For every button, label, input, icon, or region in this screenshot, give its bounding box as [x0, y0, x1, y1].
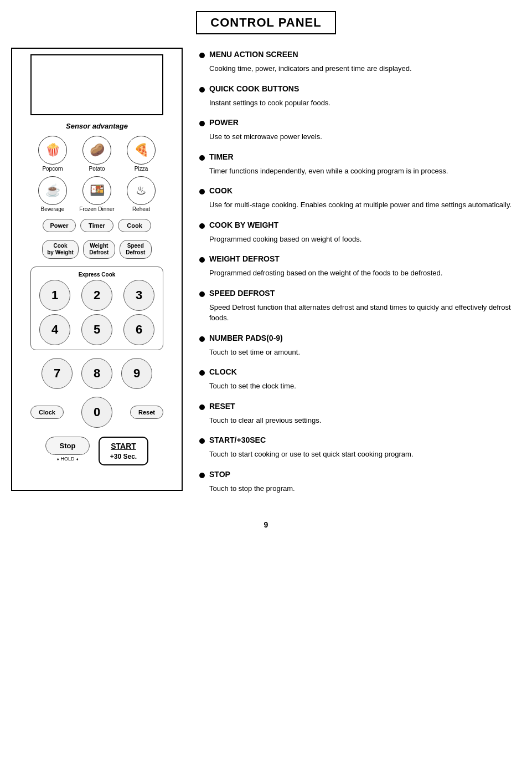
beverage-button[interactable]: ☕ Beverage — [33, 176, 73, 212]
start-label-sub: +30 Sec. — [109, 452, 138, 462]
reheat-icon: ♨ — [127, 176, 156, 205]
desc-header-menu: MENU ACTION SCREEN — [199, 50, 521, 61]
desc-header-sd: SPEED DEFROST — [199, 289, 521, 300]
desc-title-clock: CLOCK — [209, 367, 237, 376]
num-0-button[interactable]: 0 — [81, 397, 112, 428]
desc-title-sd: SPEED DEFROST — [209, 289, 275, 298]
bullet-cook — [199, 189, 205, 194]
desc-text-timer: Timer functions independently, even whil… — [199, 166, 521, 177]
bullet-sd — [199, 291, 205, 297]
reheat-button[interactable]: ♨ Reheat — [121, 176, 161, 212]
desc-text-cbw: Programmed cooking based on weight of fo… — [199, 234, 521, 245]
num-7-button[interactable]: 7 — [42, 358, 73, 389]
desc-title-stop: STOP — [209, 470, 230, 479]
hold-icon2: ⬧ — [76, 456, 79, 462]
potato-label: Potato — [89, 166, 105, 172]
desc-title-power: POWER — [209, 118, 239, 127]
desc-title-quick: QUICK COOK BUTTONS — [209, 84, 299, 93]
speed-defrost-line1: Speed — [125, 243, 147, 249]
num-1-button[interactable]: 1 — [39, 280, 70, 311]
num-3-button[interactable]: 3 — [123, 280, 154, 311]
weight-defrost-button[interactable]: Weight Defrost — [83, 240, 115, 259]
desc-title-np: NUMBER PADS(0-9) — [209, 334, 283, 342]
bullet-wd — [199, 257, 205, 263]
desc-start: START/+30SEC Touch to start cooking or u… — [199, 436, 521, 460]
num-9-button[interactable]: 9 — [121, 358, 152, 389]
cook-by-weight-button[interactable]: Cook by Weight — [42, 240, 79, 259]
potato-icon: 🥔 — [82, 136, 111, 165]
desc-header-np: NUMBER PADS(0-9) — [199, 334, 521, 345]
desc-header-power: POWER — [199, 118, 521, 129]
desc-text-wd: Programmed defrosting based on the weigh… — [199, 268, 521, 279]
desc-clock: CLOCK Touch to set the clock time. — [199, 367, 521, 392]
timer-button[interactable]: Timer — [80, 219, 113, 232]
power-button[interactable]: Power — [43, 219, 76, 232]
bullet-quick — [199, 87, 205, 93]
desc-header-stop: STOP — [199, 470, 521, 481]
numpad-row-789: 7 8 9 — [42, 358, 152, 389]
cook-button[interactable]: Cook — [118, 219, 151, 232]
bullet-stop — [199, 473, 205, 478]
reset-button[interactable]: Reset — [130, 406, 163, 419]
hold-icon: ⬧ — [56, 456, 59, 462]
bullet-timer — [199, 155, 205, 161]
main-layout: Sensor advantage 🍿 Popcorn 🥔 Potato 🍕 Pi… — [11, 48, 521, 504]
start-button[interactable]: START +30 Sec. — [99, 437, 148, 465]
desc-header-start: START/+30SEC — [199, 436, 521, 447]
express-cook-label: Express Cook — [35, 272, 158, 278]
desc-quick-cook: QUICK COOK BUTTONS Instant settings to c… — [199, 84, 521, 109]
potato-button[interactable]: 🥔 Potato — [77, 136, 117, 172]
frozen-dinner-button[interactable]: 🍱 Frozen Dinner — [77, 176, 117, 212]
hold-label: ⬧ HOLD ⬧ — [56, 456, 78, 462]
popcorn-label: Popcorn — [42, 166, 63, 172]
num-2-button[interactable]: 2 — [81, 280, 112, 311]
desc-header-cook: COOK — [199, 186, 521, 197]
desc-speed-defrost: SPEED DEFROST Speed Defrost function tha… — [199, 289, 521, 324]
func-btn-row-2: Cook by Weight Weight Defrost Speed Defr… — [42, 240, 152, 259]
stop-start-row: Stop ⬧ HOLD ⬧ START +30 Sec. — [30, 437, 163, 465]
desc-text-quick: Instant settings to cook popular foods. — [199, 98, 521, 109]
reheat-label: Reheat — [132, 206, 150, 212]
page-number: 9 — [11, 520, 521, 529]
clock-button[interactable]: Clock — [30, 406, 64, 419]
speed-defrost-button[interactable]: Speed Defrost — [120, 240, 152, 259]
desc-weight-defrost: WEIGHT DEFROST Programmed defrosting bas… — [199, 254, 521, 279]
display-screen — [30, 54, 163, 115]
desc-header-clock: CLOCK — [199, 367, 521, 378]
sensor-label: Sensor advantage — [66, 122, 128, 130]
desc-title-cbw: COOK BY WEIGHT — [209, 221, 278, 229]
popcorn-button[interactable]: 🍿 Popcorn — [33, 136, 73, 172]
desc-text-stop: Touch to stop the program. — [199, 483, 521, 494]
bullet-clock — [199, 370, 205, 376]
bullet-menu — [199, 53, 205, 58]
start-label-main: START — [109, 441, 138, 452]
num-4-button[interactable]: 4 — [39, 314, 70, 345]
quick-cook-row-1: 🍿 Popcorn 🥔 Potato 🍕 Pizza — [33, 136, 161, 172]
desc-text-menu: Cooking time, power, indicators and pres… — [199, 63, 521, 74]
desc-text-power: Use to set microwave power levels. — [199, 131, 521, 142]
desc-text-cook: Use for multi-stage cooking. Enables coo… — [199, 199, 521, 211]
num-8-button[interactable]: 8 — [81, 358, 112, 389]
pizza-icon: 🍕 — [127, 136, 156, 165]
desc-cook-by-weight: COOK BY WEIGHT Programmed cooking based … — [199, 221, 521, 245]
desc-title-wd: WEIGHT DEFROST — [209, 254, 280, 263]
desc-header-timer: TIMER — [199, 152, 521, 163]
bullet-cbw — [199, 223, 205, 229]
desc-stop: STOP Touch to stop the program. — [199, 470, 521, 494]
pizza-button[interactable]: 🍕 Pizza — [121, 136, 161, 172]
bullet-power — [199, 121, 205, 126]
clock-zero-reset-row: Clock 0 Reset — [30, 397, 163, 428]
page-title-container: CONTROL PANEL — [11, 11, 521, 34]
cook-by-weight-line1: Cook — [47, 243, 74, 249]
desc-text-sd: Speed Defrost function that alternates d… — [199, 302, 521, 324]
numpad-grid-top: 1 2 3 4 5 6 — [35, 280, 158, 345]
desc-cook: COOK Use for multi-stage cooking. Enable… — [199, 186, 521, 211]
desc-header-reset: RESET — [199, 402, 521, 413]
desc-header-quick: QUICK COOK BUTTONS — [199, 84, 521, 95]
desc-header-wd: WEIGHT DEFROST — [199, 254, 521, 265]
page-title: CONTROL PANEL — [196, 11, 335, 34]
num-6-button[interactable]: 6 — [123, 314, 154, 345]
stop-button[interactable]: Stop — [45, 437, 90, 455]
num-5-button[interactable]: 5 — [81, 314, 112, 345]
speed-defrost-line2: Defrost — [125, 249, 147, 256]
